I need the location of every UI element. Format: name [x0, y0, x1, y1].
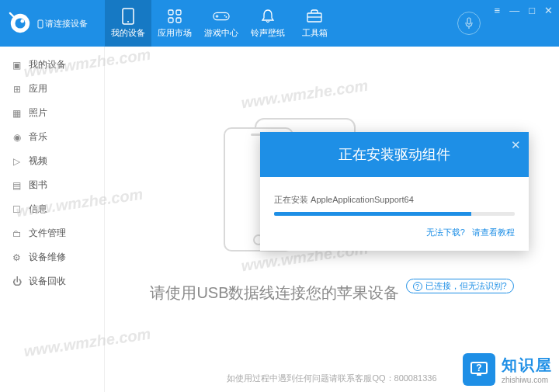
sidebar: ▣我的设备 ⊞应用 ▦照片 ◉音乐 ▷视频 ▤图书 ☐信息 🗀文件管理 ⚙设备维… [0, 47, 105, 392]
svg-rect-3 [38, 20, 43, 28]
brand-title: 知识屋 [502, 355, 553, 376]
brand-subtitle: zhishiwu.com [502, 376, 553, 384]
sidebar-item-label: 文件管理 [29, 227, 66, 240]
connect-prompt-text: 请使用USB数据线连接您的苹果设备 [150, 283, 399, 304]
nav-app-market[interactable]: 应用市场 [151, 0, 198, 47]
sidebar-item-recycle[interactable]: ⏻设备回收 [0, 269, 104, 293]
gamepad-icon [213, 8, 230, 25]
nav-label: 应用市场 [158, 27, 192, 39]
install-status-text: 正在安装 AppleApplicationSupport64 [274, 194, 515, 206]
top-nav: 我的设备 应用市场 游戏中心 铃声壁纸 工具箱 [105, 0, 457, 47]
voice-button[interactable] [457, 12, 481, 35]
sidebar-item-video[interactable]: ▷视频 [0, 149, 104, 173]
svg-rect-6 [168, 10, 173, 15]
progress-bar-fill [274, 212, 471, 216]
app-logo-icon [8, 11, 33, 36]
svg-rect-17 [467, 18, 470, 24]
sidebar-item-books[interactable]: ▤图书 [0, 173, 104, 197]
photo-icon: ▦ [11, 107, 23, 119]
install-driver-dialog: 正在安装驱动组件 ✕ 正在安装 AppleApplicationSupport6… [260, 132, 529, 251]
brand-monitor-icon: ? [463, 353, 495, 386]
svg-rect-7 [176, 10, 181, 15]
phone-icon [120, 8, 137, 25]
svg-point-13 [224, 15, 226, 16]
question-icon: ? [413, 282, 422, 291]
nav-label: 我的设备 [111, 27, 145, 39]
nav-my-device[interactable]: 我的设备 [105, 0, 151, 47]
tutorial-link[interactable]: 请查看教程 [472, 227, 515, 237]
sidebar-item-messages[interactable]: ☐信息 [0, 197, 104, 221]
nav-toolbox[interactable]: 工具箱 [291, 0, 338, 47]
dialog-title: 正在安装驱动组件 [339, 145, 450, 164]
sidebar-item-label: 我的设备 [29, 58, 66, 71]
window-controls: ≡ — □ ✕ [488, 0, 559, 47]
maximize-icon[interactable]: □ [529, 5, 535, 16]
wrench-icon: ⚙ [11, 252, 23, 263]
bell-icon [259, 8, 276, 25]
sidebar-item-label: 视频 [29, 154, 47, 168]
sidebar-item-label: 应用 [29, 82, 47, 95]
connect-prompt: 请连接设备 [37, 18, 88, 29]
nav-game-center[interactable]: 游戏中心 [198, 0, 245, 47]
svg-rect-9 [176, 18, 181, 23]
folder-icon: 🗀 [11, 227, 23, 239]
svg-point-5 [127, 21, 129, 23]
sidebar-item-repair[interactable]: ⚙设备维修 [0, 245, 104, 269]
dialog-links: 无法下载? 请查看教程 [274, 227, 515, 238]
svg-point-1 [15, 18, 25, 28]
sidebar-item-label: 设备回收 [29, 275, 66, 288]
book-icon: ▤ [11, 179, 23, 191]
sidebar-item-photos[interactable]: ▦照片 [0, 101, 104, 125]
device-icon: ▣ [11, 59, 23, 71]
nav-label: 铃声壁纸 [251, 27, 285, 39]
nav-ringtone-wallpaper[interactable]: 铃声壁纸 [245, 0, 291, 47]
video-icon: ▷ [11, 155, 23, 167]
svg-point-14 [226, 16, 227, 18]
logo-area: 请连接设备 [0, 0, 105, 47]
message-icon: ☐ [11, 203, 23, 215]
close-icon[interactable]: ✕ [544, 5, 553, 16]
app-header: 请连接设备 我的设备 应用市场 游戏中心 铃声壁纸 工具箱 ≡ — □ ✕ [0, 0, 559, 47]
status-badge[interactable]: ?已连接，但无法识别? [406, 279, 514, 293]
svg-text:?: ? [476, 363, 481, 373]
music-icon: ◉ [11, 131, 23, 143]
power-icon: ⏻ [11, 276, 23, 287]
sidebar-item-apps[interactable]: ⊞应用 [0, 77, 104, 101]
cant-download-link[interactable]: 无法下载? [426, 227, 465, 237]
apps-icon: ⊞ [11, 83, 23, 95]
dialog-header: 正在安装驱动组件 ✕ [260, 132, 529, 177]
dialog-body: 正在安装 AppleApplicationSupport64 无法下载? 请查看… [260, 177, 529, 251]
nav-label: 工具箱 [302, 27, 328, 39]
dialog-close-icon[interactable]: ✕ [511, 138, 521, 152]
sidebar-item-label: 照片 [29, 106, 47, 120]
sidebar-item-label: 图书 [29, 179, 47, 192]
apps-icon [166, 8, 183, 25]
sidebar-item-my-device[interactable]: ▣我的设备 [0, 53, 104, 77]
menu-icon[interactable]: ≡ [495, 5, 501, 16]
sidebar-item-label: 音乐 [29, 130, 47, 144]
svg-rect-8 [168, 18, 173, 23]
footer-support-text: 如使用过程中遇到任何问题请联系客服QQ：800081336 [227, 373, 436, 384]
progress-bar-track [274, 212, 515, 216]
toolbox-icon [306, 8, 323, 25]
sidebar-item-files[interactable]: 🗀文件管理 [0, 221, 104, 245]
brand-badge: ? 知识屋 zhishiwu.com [463, 353, 553, 386]
svg-point-2 [20, 19, 24, 23]
sidebar-item-label: 设备维修 [29, 251, 66, 264]
nav-label: 游戏中心 [204, 27, 238, 39]
sidebar-item-label: 信息 [29, 203, 47, 216]
minimize-icon[interactable]: — [509, 5, 519, 16]
sidebar-item-music[interactable]: ◉音乐 [0, 125, 104, 149]
brand-text: 知识屋 zhishiwu.com [502, 355, 553, 384]
